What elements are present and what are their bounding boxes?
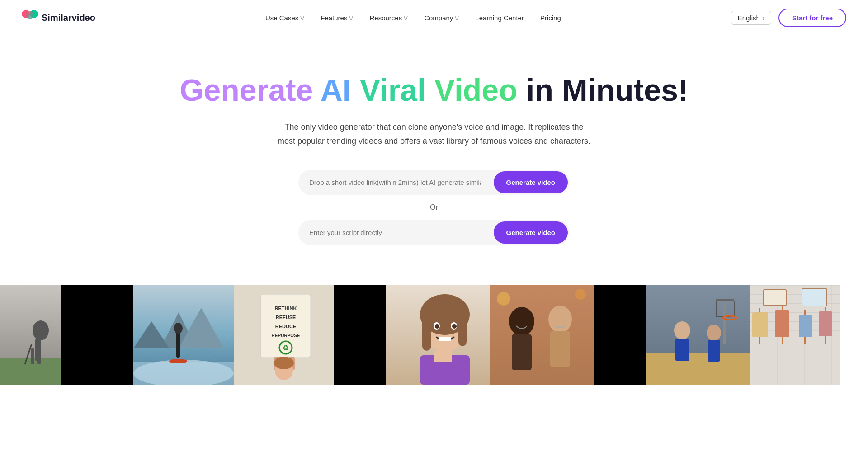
video-link-input[interactable] bbox=[298, 170, 492, 194]
svg-point-36 bbox=[452, 324, 457, 329]
nav-pricing[interactable]: Pricing bbox=[539, 12, 562, 24]
svg-rect-39 bbox=[434, 351, 452, 362]
svg-rect-49 bbox=[646, 353, 750, 385]
brand-name: Similarvideo bbox=[42, 13, 95, 23]
svg-point-2 bbox=[33, 320, 49, 340]
video-link-row: Generate video bbox=[298, 170, 570, 195]
svg-rect-37 bbox=[439, 337, 451, 341]
video-card[interactable] bbox=[334, 285, 386, 385]
svg-rect-45 bbox=[550, 331, 570, 367]
or-divider: Or bbox=[298, 203, 570, 212]
title-video: Video bbox=[434, 73, 518, 107]
nav-links: Use Cases ⋁ Features ⋁ Resources ⋁ Compa… bbox=[264, 12, 562, 24]
generate-video-button-2[interactable]: Generate video bbox=[494, 221, 568, 244]
start-for-free-button[interactable]: Start for free bbox=[778, 9, 846, 27]
nav-resources[interactable]: Resources ⋁ bbox=[368, 12, 409, 24]
svg-rect-12 bbox=[133, 362, 234, 385]
svg-point-42 bbox=[509, 307, 534, 336]
chevron-down-icon: ⋁ bbox=[455, 15, 459, 21]
hero-section: Generate AI Viral Video in Minutes! The … bbox=[0, 36, 868, 264]
svg-text:RETHINK: RETHINK bbox=[275, 306, 297, 311]
language-selector[interactable]: English ↕ bbox=[731, 11, 771, 25]
svg-point-56 bbox=[707, 325, 721, 341]
title-rest: in Minutes! bbox=[526, 73, 689, 107]
svg-point-27 bbox=[274, 357, 294, 369]
video-strip: RETHINK REFUSE REDUCE REPURPOSE ♻ bbox=[0, 285, 868, 385]
logo-icon bbox=[22, 10, 38, 26]
nav-actions: English ↕ Start for free bbox=[731, 9, 846, 27]
video-card[interactable]: RETHINK REFUSE REDUCE REPURPOSE ♻ bbox=[234, 285, 334, 385]
title-viral: Viral bbox=[360, 73, 426, 107]
svg-rect-75 bbox=[799, 315, 812, 337]
svg-text:REFUSE: REFUSE bbox=[276, 315, 296, 320]
nav-learning-center[interactable]: Learning Center bbox=[474, 12, 525, 24]
svg-rect-73 bbox=[752, 312, 768, 337]
sort-icon: ↕ bbox=[762, 15, 764, 21]
video-link-input-section: Generate video Or Generate video bbox=[289, 170, 579, 245]
svg-point-15 bbox=[169, 359, 187, 363]
svg-rect-1 bbox=[0, 358, 61, 385]
hero-title: Generate AI Viral Video in Minutes! bbox=[9, 72, 859, 108]
chevron-down-icon: ⋁ bbox=[300, 15, 304, 21]
svg-point-46 bbox=[497, 292, 510, 306]
svg-point-47 bbox=[575, 289, 586, 300]
svg-rect-74 bbox=[775, 310, 789, 337]
svg-rect-13 bbox=[176, 330, 180, 358]
generate-video-button-1[interactable]: Generate video bbox=[494, 171, 568, 193]
svg-point-44 bbox=[548, 306, 572, 333]
nav-features[interactable]: Features ⋁ bbox=[320, 12, 354, 24]
svg-text:♻: ♻ bbox=[283, 344, 289, 352]
video-card[interactable] bbox=[750, 285, 840, 385]
svg-rect-77 bbox=[764, 290, 786, 306]
svg-rect-78 bbox=[802, 289, 827, 306]
video-card[interactable] bbox=[133, 285, 234, 385]
navbar: Similarvideo Use Cases ⋁ Features ⋁ Reso… bbox=[0, 0, 868, 36]
video-card[interactable] bbox=[386, 285, 490, 385]
svg-point-54 bbox=[674, 321, 690, 339]
svg-rect-4 bbox=[31, 348, 34, 364]
title-generate: Generate bbox=[180, 73, 313, 107]
script-input[interactable] bbox=[298, 221, 492, 245]
nav-use-cases[interactable]: Use Cases ⋁ bbox=[264, 12, 305, 24]
video-card[interactable] bbox=[490, 285, 594, 385]
svg-rect-76 bbox=[819, 311, 832, 336]
video-card[interactable] bbox=[594, 285, 646, 385]
svg-rect-31 bbox=[422, 315, 431, 351]
svg-text:REDUCE: REDUCE bbox=[275, 324, 296, 329]
svg-text:REPURPOSE: REPURPOSE bbox=[272, 333, 300, 338]
hero-subtitle: The only video generator that can clone … bbox=[276, 120, 592, 148]
script-input-row: Generate video bbox=[298, 220, 570, 245]
svg-rect-55 bbox=[675, 339, 689, 361]
video-card[interactable] bbox=[0, 285, 61, 385]
svg-point-35 bbox=[435, 324, 439, 329]
video-card[interactable] bbox=[646, 285, 750, 385]
chevron-down-icon: ⋁ bbox=[349, 15, 353, 21]
svg-rect-32 bbox=[458, 315, 467, 346]
svg-point-14 bbox=[174, 323, 183, 334]
svg-rect-5 bbox=[37, 348, 41, 364]
video-card[interactable] bbox=[61, 285, 133, 385]
title-ai: AI bbox=[321, 73, 351, 107]
svg-rect-50 bbox=[723, 299, 726, 344]
brand-logo[interactable]: Similarvideo bbox=[22, 10, 95, 26]
nav-company[interactable]: Company ⋁ bbox=[423, 12, 460, 24]
chevron-down-icon: ⋁ bbox=[404, 15, 408, 21]
svg-rect-43 bbox=[512, 334, 532, 370]
svg-rect-57 bbox=[708, 340, 720, 362]
